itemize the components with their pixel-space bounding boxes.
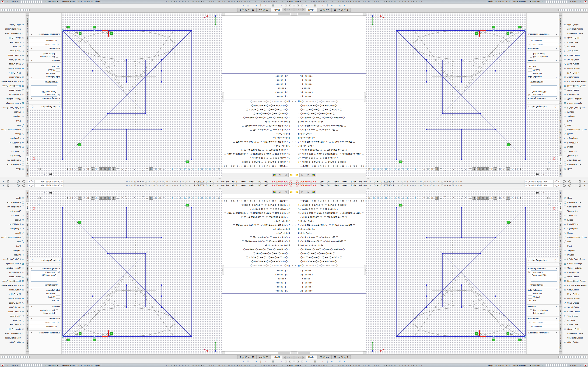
relation-entry[interactable]: Equal length109 [32,91,56,93]
view-tool-icon[interactable]: ⇄ [493,167,497,171]
markup-tool-icon[interactable]: ⊥ [267,4,271,7]
document-tab[interactable]: 3D Views [257,355,271,359]
length-input[interactable] [531,322,557,324]
tab-nav-icon[interactable]: ▶ [285,8,288,11]
account-icon[interactable] [22,180,25,183]
relation-badge-equal-1[interactable]: = 109 [475,332,482,335]
flyout-tool[interactable]: + Move Entities [0,292,26,296]
panel-help-icon[interactable]: ? [554,106,557,108]
relation-badge-3c[interactable]: = 3 [518,339,522,341]
quick-access-icons[interactable]: ⊚ 3Ɛ ⊚ Ш ⊚ ⊚ ⊚ ⊕ ⊚ ƆC ⊚ 3Ɛ ⊚ + ⊚ Ƨ5 ⊚ ♣ … [398,184,524,186]
view-tool-icon[interactable]: ✎ [120,167,124,171]
commandmanager-tab[interactable]: ... [26,13,29,16]
sketch-item[interactable]: ⊞ (-) Sketch2 [294,273,366,277]
flyout-tool[interactable]: ✂ Trim Entities [0,49,26,53]
view-tool-icon[interactable]: ▯ [95,196,99,200]
view-tool-icon[interactable]: ◩ [397,167,401,171]
expand-arrow-icon[interactable]: ▸ [291,264,293,266]
flyout-tool[interactable]: ⊡ Copy Entities [562,75,588,80]
close-button[interactable]: × [582,184,587,187]
minimize-button[interactable]: – [11,180,16,183]
flyout-tool[interactable]: ⌒ Centerpoint Arc [562,158,588,163]
markup-tool-icon[interactable]: ⊡ [338,4,342,7]
menu-item[interactable]: Tools [349,180,357,183]
add-relation-button[interactable]: ❘ Vertical [31,68,60,71]
flyout-tool[interactable]: ⊛ Circular Sketch Pattern [562,80,588,84]
view-tool-icon[interactable]: ▩ [384,167,388,171]
filter-icon[interactable]: ▽ [292,195,293,198]
view-tool-icon[interactable]: ▮ [414,167,417,171]
flyout-tool[interactable]: ⊞ Linear Sketch Pattern [0,279,26,283]
commandmanager-tab[interactable]: Surfaces [26,145,29,156]
tree-item[interactable]: ▸ ▢ Design Binder [222,144,294,148]
checkbox[interactable] [56,53,58,55]
view-tool-icon[interactable]: ◫ [149,167,153,171]
child-restore-icon[interactable] [536,192,538,194]
tab-nav-icon[interactable]: ◀ [297,356,300,359]
flyout-tool[interactable]: ▱ Parallelogram [0,270,26,274]
search-box[interactable]: ◇ ○‿ ▼ [28,184,64,187]
relation-entry[interactable]: Collinear108 [32,93,56,96]
sketch-item[interactable]: ⌐ Sketch3 [294,277,366,281]
view-tool-icon[interactable]: ▰ [162,196,166,200]
flyout-tool[interactable]: ∫ Fit Spline [0,45,26,49]
tree-item[interactable]: ▣ Solid Bodies [222,132,294,136]
view-tool-icon[interactable]: ╱ [460,196,464,200]
sketch-item[interactable]: ⌐ (-) Sketch1 [222,269,294,273]
flyout-tool[interactable]: ╱ Line [0,123,26,128]
account-icon[interactable] [22,184,25,187]
relation-badge-check[interactable]: ✓ [93,26,95,28]
flyout-tool[interactable]: ⊞ Linear Sketch Pattern [562,84,588,88]
commandmanager-tab[interactable]: Data Migration [26,45,29,61]
flyout-tool[interactable]: ▭ 3 Point Center Recta... [0,106,26,110]
solidworks-badge-icon[interactable]: ◈ [1,364,4,367]
menu-item[interactable]: File [318,184,325,187]
relation-badge-3a[interactable]: = 3 [399,204,403,207]
cancel-sketch-icon[interactable]: ✗ [552,207,556,211]
cancel-sketch-icon[interactable]: ✗ [552,156,556,160]
filter-icon[interactable]: ▽ [292,169,293,172]
flyout-tool[interactable]: ◐ Silhouette Entities [562,335,588,340]
view-tool-icon[interactable]: ↓ [166,196,170,200]
tree-item[interactable]: ◧ Surface Bodies [294,227,366,231]
markup-tool-icon[interactable]: ◔ [334,4,338,7]
flyout-tool[interactable]: ⇗ Scale Entities [562,300,588,305]
commandmanager-tab[interactable]: Sheet Metal [559,249,562,263]
view-tool-icon[interactable]: ⊥ [145,196,149,200]
view-tool-icon[interactable]: ⇄ [91,196,95,200]
view-tool-icon[interactable]: ◫ [477,167,481,171]
view-tool-icon[interactable]: ⌒ [443,196,447,200]
tree-item[interactable]: ▸ ◴ ◯ Λ♣◉ ⊕ 25◦Ɛ ◯ ◦ ◯ Ɛ◦25 ⊕ ◉♣Λ ◯ [294,207,366,211]
tab-nav-icon[interactable]: ◀ [294,356,297,359]
flyout-tool[interactable]: ⊞ Linear Sketch Pattern [0,84,26,88]
view-tool-icon[interactable]: ⌢ [129,167,132,171]
tree-item[interactable]: ≣ Material <not specified> [294,120,366,124]
tree-item[interactable]: Σ ◯ 25ИΝ◉ ◦⊕ Α∩3Ɛ ◯ ◦ ◯ 3Ɛ∩Α ⊕◦ ◉ИΝ25 ◯ [294,239,366,243]
view-tool-icon[interactable]: ◉ [473,196,476,200]
tree-item[interactable]: ◧ Surface Bodies [222,136,294,140]
option-row[interactable]: Infinite length [31,53,58,55]
relation-badge-3c[interactable]: = 3 [66,339,70,341]
commandmanager-tab[interactable]: Data Migration [559,306,562,322]
markup-tool-icon[interactable]: ⊡ [338,360,342,363]
expand-arrow-icon[interactable]: ▸ [295,101,297,103]
commandmanager-tab[interactable]: Sheet Metal [26,249,29,263]
tree-item[interactable]: ▸ ▆ ¤ ◯ 253ЄИΝΑ∩◦◯ ◦ ◯ ◦∩ΑИΝЄ352 ◯ [222,100,294,104]
scroll-right-icon[interactable]: ▶ [363,13,366,16]
relation-badge-3b[interactable]: = 3 [507,143,511,146]
sketch-item[interactable]: ⌐ Sketch3 [222,277,294,281]
view-tool-icon[interactable]: ◇ [409,196,413,200]
angle-spinner[interactable]: ▲▼ [29,325,31,328]
tree-item[interactable]: ≣ Material <not specified> [294,243,366,247]
solidworks-badge-icon[interactable]: ◈ [584,364,587,367]
commandmanager-tab[interactable]: Mold Tools [26,277,29,289]
tab-displaymanager[interactable] [272,173,277,177]
options-header[interactable]: Options▲ [29,59,61,62]
scroll-track[interactable] [225,351,291,354]
flyout-tool[interactable]: □ Convert Entities [0,36,26,40]
view-tool-icon[interactable]: ▨ [431,196,434,200]
relation-badge-3a[interactable]: = 3 [399,160,403,163]
existing-relations-header[interactable]: Existing Relations▲ [527,267,559,270]
flyout-tool[interactable]: ╱ Line [0,239,26,244]
flyout-tool[interactable]: ⊜ Ellipse [0,217,26,222]
